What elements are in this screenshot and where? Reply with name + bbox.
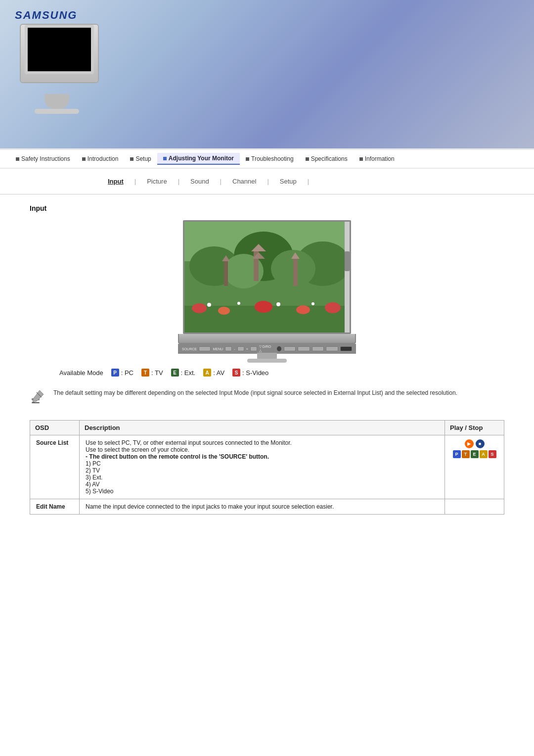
mode-pc: P : PC: [111, 369, 134, 377]
nav-bullet: [306, 157, 309, 161]
nav-adjusting[interactable]: Adjusting Your Monitor: [157, 153, 240, 165]
available-mode-row: Available Mode P : PC T : TV E : Ext. A …: [30, 369, 504, 377]
nav-setup[interactable]: Setup: [124, 153, 157, 164]
svg-point-19: [325, 302, 341, 313]
svg-marker-25: [33, 390, 44, 402]
sub-nav: Input | Picture | Sound | Channel | Setu…: [0, 169, 534, 194]
badge-tv: T: [141, 369, 149, 377]
desc-edit-name: Name the input device connected to the i…: [80, 499, 445, 515]
mode-tv-label: : TV: [151, 369, 163, 377]
table-row-source-list: Source List Use to select PC, TV, or oth…: [30, 435, 504, 499]
desc-line-4: 1) PC: [86, 460, 101, 467]
sep-5: |: [306, 178, 311, 185]
mode-tv: T : TV: [141, 369, 163, 377]
svg-point-23: [312, 302, 314, 305]
monitor-illustration: [15, 20, 114, 119]
monitor-display: SOURCE MENU - + ▽ D/RO △: [173, 220, 361, 359]
badge-av: A: [203, 369, 211, 377]
nav-introduction[interactable]: Introduction: [76, 153, 125, 164]
svg-point-21: [237, 302, 240, 305]
desc-line-3: - The direct button on the remote contro…: [86, 453, 269, 460]
mode-svideo-label: : S-Video: [242, 369, 268, 377]
note-text: The default setting may be different dep…: [53, 388, 457, 397]
play-icon: ▶: [465, 439, 474, 448]
info-table: OSD Description Play / Stop Source List …: [30, 420, 504, 515]
th-play-stop: Play / Stop: [445, 421, 504, 435]
desc-line-7: 4) AV: [86, 481, 99, 488]
tab-input[interactable]: Input: [99, 176, 133, 187]
mode-av: A : AV: [203, 369, 224, 377]
nav-troubleshooting[interactable]: Troubleshooting: [240, 153, 300, 164]
svg-rect-28: [32, 402, 40, 403]
tab-setup[interactable]: Setup: [271, 176, 306, 187]
svg-point-20: [207, 303, 211, 307]
desc-source-list: Use to select PC, TV, or other external …: [80, 435, 445, 499]
svg-rect-10: [224, 261, 228, 286]
letter-s: S: [489, 450, 496, 458]
table-row-edit-name: Edit Name Name the input device connecte…: [30, 499, 504, 515]
svg-point-18: [296, 305, 310, 314]
nav-specifications[interactable]: Specifications: [300, 153, 354, 164]
desc-line-8: 5) S-Video: [86, 488, 113, 495]
osd-source-list: Source List: [30, 435, 80, 499]
note-row: The default setting may be different dep…: [30, 384, 504, 410]
desc-line-6: 3) Ext.: [86, 474, 103, 481]
mode-av-label: : AV: [213, 369, 224, 377]
letter-p: P: [453, 450, 461, 458]
nav-bullet: [82, 157, 86, 161]
monitor-display-wrap: SOURCE MENU - + ▽ D/RO △: [30, 220, 504, 359]
tab-channel[interactable]: Channel: [223, 176, 265, 187]
badge-ext: E: [171, 369, 179, 377]
sep-4: |: [265, 178, 270, 185]
svg-point-17: [255, 301, 272, 313]
nav-bullet-active: [163, 157, 167, 160]
monitor-controls: SOURCE MENU - + ▽ D/RO △: [178, 344, 356, 354]
header-banner: SAMSUNG: [0, 0, 534, 148]
desc-line-5: 2) TV: [86, 467, 100, 474]
garden-scene: [184, 222, 350, 332]
badge-svideo: S: [232, 369, 240, 377]
nav-bullet: [130, 157, 134, 161]
desc-line-1: Use to select PC, TV, or other external …: [86, 439, 292, 446]
section-title: Input: [30, 204, 504, 212]
note-icon: [30, 388, 47, 406]
available-mode-label: Available Mode: [59, 369, 103, 377]
monitor-base: [247, 359, 287, 363]
monitor-screen: [183, 220, 351, 334]
svg-point-16: [218, 307, 230, 315]
osd-edit-name: Edit Name: [30, 499, 80, 515]
badge-pc: P: [111, 369, 119, 377]
sep-2: |: [176, 178, 181, 185]
nav-information[interactable]: Information: [354, 153, 400, 164]
mode-svideo: S : S-Video: [232, 369, 268, 377]
play-stop-source-list: ▶ ■ P T E A S: [445, 435, 504, 499]
play-stop-edit-name: [445, 499, 504, 515]
nav-bullet: [16, 157, 19, 161]
edit-name-desc: Name the input device connected to the i…: [86, 503, 334, 510]
tab-sound[interactable]: Sound: [181, 176, 218, 187]
nav-bar: Safety Instructions Introduction Setup A…: [0, 148, 534, 169]
letter-t: T: [462, 450, 470, 458]
mode-ext: E : Ext.: [171, 369, 196, 377]
th-description: Description: [80, 421, 445, 435]
nav-safety[interactable]: Safety Instructions: [10, 153, 76, 164]
sep-1: |: [133, 178, 138, 185]
stop-icon: ■: [476, 439, 485, 448]
sep-3: |: [218, 178, 223, 185]
monitor-bezel: [178, 334, 356, 344]
play-stop-circles: ▶ ■: [465, 439, 485, 448]
play-stop-icons: ▶ ■ P T E A S: [451, 439, 498, 458]
desc-line-2: Use to select the screen of your choice.: [86, 446, 189, 453]
letter-e: E: [471, 450, 479, 458]
letter-a: A: [480, 450, 488, 458]
nav-bullet: [246, 157, 249, 161]
mode-letters: P T E A S: [453, 450, 496, 458]
mode-ext-label: : Ext.: [181, 369, 196, 377]
tab-picture[interactable]: Picture: [138, 176, 176, 187]
content-area: Input: [0, 194, 534, 524]
nav-bullet: [359, 157, 363, 161]
svg-rect-12: [293, 259, 298, 286]
svg-point-22: [276, 302, 280, 306]
svg-point-15: [192, 303, 207, 313]
mode-pc-label: : PC: [121, 369, 134, 377]
